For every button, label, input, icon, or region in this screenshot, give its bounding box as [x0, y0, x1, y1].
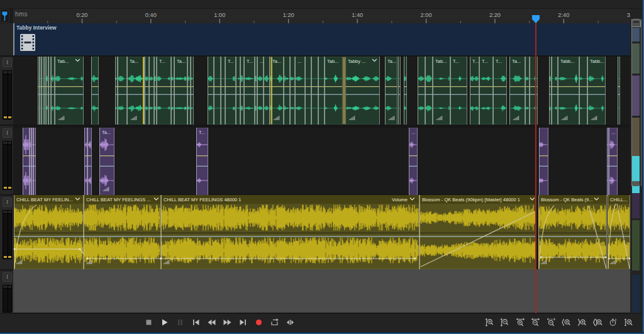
volume-envelope[interactable] — [609, 155, 618, 156]
clip-edge-left[interactable] — [398, 57, 399, 125]
clip-edge-right[interactable] — [506, 57, 507, 125]
volume-envelope[interactable] — [92, 86, 99, 87]
volume-envelope[interactable] — [188, 86, 191, 87]
audio-clip[interactable] — [33, 128, 36, 196]
navigator-track-band[interactable] — [632, 28, 640, 42]
pan-envelope[interactable] — [197, 166, 208, 167]
input-monitor-button[interactable]: I — [3, 58, 12, 67]
clip-edge-left[interactable] — [91, 57, 92, 125]
audio-clip[interactable]: Blossom - QK Beats (90bpm) [Master] 4800… — [419, 195, 536, 269]
volume-envelope[interactable] — [150, 86, 154, 87]
clip-edge-right[interactable] — [83, 195, 84, 269]
clip-edge-right[interactable] — [117, 57, 118, 125]
clip-edge-left[interactable] — [549, 57, 550, 125]
pan-envelope[interactable] — [226, 94, 236, 96]
play-button[interactable] — [159, 317, 169, 327]
audio-clip[interactable]: CHILL BEAT MY FEELIN... — [14, 195, 89, 269]
audio-clip[interactable] — [318, 57, 325, 125]
clip-edge-right[interactable] — [304, 57, 305, 125]
volume-envelope[interactable] — [221, 86, 225, 87]
input-monitor-button[interactable]: I — [3, 272, 12, 282]
clip-edge-right[interactable] — [153, 57, 154, 125]
volume-envelope[interactable] — [510, 86, 525, 87]
pan-envelope[interactable] — [84, 236, 161, 237]
clip-edge-left[interactable] — [305, 57, 306, 125]
audio-clip[interactable]: T... — [493, 57, 507, 125]
audio-clip[interactable]: Tabb... — [558, 57, 579, 125]
navigator-track-band[interactable] — [632, 275, 640, 313]
skip-selection-button[interactable] — [285, 317, 295, 327]
clip-edge-left[interactable] — [214, 57, 214, 125]
pan-envelope[interactable] — [312, 94, 318, 96]
clip-edge-left[interactable] — [157, 57, 157, 125]
audio-clip[interactable] — [618, 57, 620, 125]
clip-edge-left[interactable] — [38, 57, 38, 125]
audio-clip[interactable]: ... — [257, 57, 264, 125]
clip-edge-right[interactable] — [144, 57, 145, 125]
audio-clip[interactable] — [240, 57, 244, 125]
clip-edge-left[interactable] — [145, 57, 145, 125]
pan-envelope[interactable] — [258, 94, 264, 96]
pan-envelope[interactable] — [175, 94, 187, 96]
pan-envelope[interactable] — [480, 94, 493, 96]
audio-clip[interactable] — [539, 128, 548, 196]
volume-envelope[interactable] — [451, 86, 467, 87]
audio-clip[interactable] — [46, 57, 48, 125]
audio-clip[interactable] — [171, 57, 174, 125]
volume-envelope[interactable] — [291, 86, 295, 87]
audio-clip[interactable] — [305, 57, 311, 125]
clip-edge-left[interactable] — [14, 195, 14, 269]
clip-edge-left[interactable] — [493, 57, 494, 125]
pan-envelope[interactable] — [236, 94, 240, 96]
volume-envelope[interactable] — [558, 86, 579, 87]
clip-edge-left[interactable] — [404, 57, 404, 125]
clip-edge-left[interactable] — [607, 128, 608, 196]
pan-envelope[interactable] — [588, 94, 606, 96]
clip-edge-right[interactable] — [235, 57, 236, 125]
navigator-track-band[interactable] — [632, 220, 640, 270]
clip-edge-right[interactable] — [156, 57, 157, 125]
clip-edge-left[interactable] — [191, 57, 191, 125]
audio-clip[interactable] — [145, 57, 149, 125]
clip-edge-left[interactable] — [40, 57, 40, 125]
audio-clip[interactable] — [44, 57, 46, 125]
audio-clip[interactable]: Tabby ... — [345, 57, 380, 125]
clip-edge-right[interactable] — [257, 57, 257, 125]
clip-edge-right[interactable] — [114, 128, 114, 196]
pan-envelope[interactable] — [540, 166, 548, 167]
clip-edge-right[interactable] — [587, 57, 587, 125]
clip-edge-left[interactable] — [264, 57, 264, 125]
clip-edge-right[interactable] — [525, 57, 525, 125]
clip-edge-right[interactable] — [557, 57, 558, 125]
volume-envelope[interactable] — [552, 86, 558, 87]
clip-edge-right[interactable] — [450, 57, 450, 125]
clip-edge-right[interactable] — [35, 128, 36, 196]
clip-edge-right[interactable] — [83, 57, 84, 125]
clip-edge-left[interactable] — [99, 128, 100, 196]
clip-edge-left[interactable] — [187, 57, 188, 125]
audio-clip[interactable]: T... — [450, 57, 467, 125]
audio-clip[interactable] — [38, 57, 40, 125]
clip-edge-left[interactable] — [23, 128, 23, 196]
audio-clip[interactable]: CHILL... — [608, 195, 630, 269]
pan-envelope[interactable] — [88, 166, 92, 167]
audio-clip[interactable]: Tab... — [55, 57, 84, 125]
fast-forward-button[interactable] — [222, 317, 232, 327]
pan-envelope[interactable] — [245, 94, 255, 96]
audio-clip[interactable] — [284, 57, 290, 125]
clip-edge-left[interactable] — [149, 57, 150, 125]
audio-clip[interactable] — [398, 57, 401, 125]
volume-envelope[interactable] — [175, 86, 187, 87]
playhead-marker[interactable] — [532, 15, 540, 23]
clip-edge-left[interactable] — [115, 57, 116, 125]
pan-envelope[interactable] — [325, 94, 343, 96]
clip-edge-right[interactable] — [213, 57, 214, 125]
zoom-in-at-in-point-button[interactable] — [562, 317, 572, 327]
playhead-line[interactable] — [535, 23, 536, 313]
navigator-track-band[interactable] — [632, 75, 640, 116]
pan-envelope[interactable] — [552, 94, 558, 96]
audio-clip[interactable]: Ta... — [509, 57, 525, 125]
clip-edge-right[interactable] — [269, 57, 270, 125]
volume-envelope[interactable] — [312, 86, 318, 87]
audio-clip[interactable] — [84, 128, 87, 196]
